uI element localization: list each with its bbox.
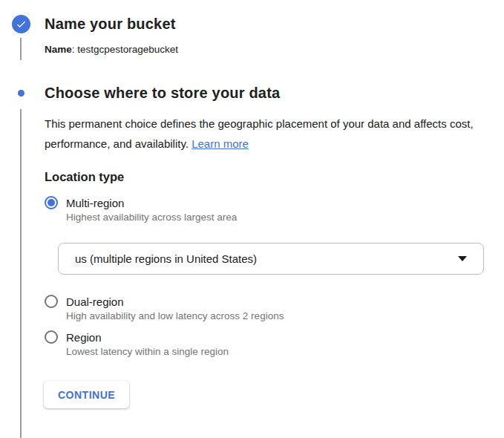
step-name-your-bucket: Name your bucket Name: testgcpestoragebu… <box>0 13 504 60</box>
bucket-name-label: Name <box>45 44 72 55</box>
dropdown-arrow-icon <box>458 256 467 261</box>
step2-rail <box>0 90 42 97</box>
radio-selected-dot <box>48 199 55 206</box>
radio-option-dual-region[interactable]: Dual-region <box>45 295 504 308</box>
bucket-name-value: : testgcpestoragebucket <box>72 44 178 55</box>
radio-label-multi-region[interactable]: Multi-region <box>66 197 124 209</box>
radio-description-multi-region: Highest availability across largest area <box>66 212 504 223</box>
active-step-dot <box>18 90 24 97</box>
radio-description-region: Lowest latency within a single region <box>66 346 504 357</box>
radio-description-dual-region: High availability and low latency across… <box>66 310 504 321</box>
stepper-connector-line <box>20 38 22 60</box>
step-complete-check-icon <box>12 15 30 33</box>
location-description-text: This permanent choice defines the geogra… <box>45 117 474 150</box>
create-bucket-wizard: Name your bucket Name: testgcpestoragebu… <box>0 0 504 438</box>
step2-header[interactable]: Choose where to store your data <box>0 82 504 103</box>
radio-option-multi-region[interactable]: Multi-region <box>45 196 504 209</box>
step1-connector <box>0 38 42 60</box>
location-description: This permanent choice defines the geogra… <box>45 114 487 154</box>
step2-title: Choose where to store your data <box>45 85 280 102</box>
location-select-value: us (multiple regions in United States) <box>75 252 458 265</box>
radio-button-region[interactable] <box>45 330 58 344</box>
bucket-name-summary: Name: testgcpestoragebucket <box>45 38 504 60</box>
step1-body: Name: testgcpestoragebucket <box>0 38 504 60</box>
radio-label-region[interactable]: Region <box>66 331 102 344</box>
radio-label-dual-region[interactable]: Dual-region <box>66 295 124 308</box>
step-choose-where-to-store: Choose where to store your data This per… <box>0 82 504 438</box>
step2-body: This permanent choice defines the geogra… <box>0 109 504 438</box>
radio-option-region[interactable]: Region <box>45 330 504 344</box>
location-select[interactable]: us (multiple regions in United States) <box>58 243 484 275</box>
continue-button[interactable]: CONTINUE <box>44 381 129 408</box>
step1-header[interactable]: Name your bucket <box>0 13 504 34</box>
radio-button-multi-region[interactable] <box>45 196 58 209</box>
location-type-heading: Location type <box>45 170 504 184</box>
learn-more-link[interactable]: Learn more <box>192 137 249 150</box>
step1-title: Name your bucket <box>45 16 176 33</box>
stepper-connector-line <box>20 109 22 438</box>
step1-rail <box>0 15 42 33</box>
radio-button-dual-region[interactable] <box>45 295 58 308</box>
step2-connector <box>0 109 42 438</box>
